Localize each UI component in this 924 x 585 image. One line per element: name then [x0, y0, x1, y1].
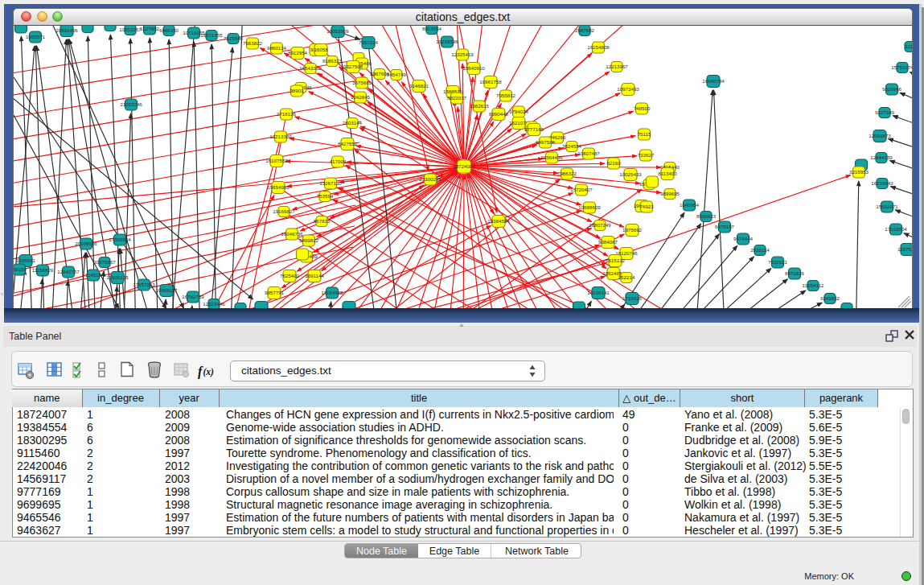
svg-text:3215953: 3215953 — [849, 169, 869, 175]
svg-text:20691406: 20691406 — [55, 27, 78, 33]
svg-text:17359924: 17359924 — [109, 237, 131, 242]
svg-text:23300275: 23300275 — [419, 176, 441, 182]
svg-text:19654985: 19654985 — [267, 184, 290, 190]
svg-text:74923: 74923 — [639, 204, 654, 209]
svg-text:75115: 75115 — [638, 131, 651, 137]
svg-text:1935061: 1935061 — [16, 257, 36, 263]
svg-text:11156829: 11156829 — [32, 267, 54, 273]
svg-text:12505135: 12505135 — [106, 274, 129, 280]
svg-text:2718126: 2718126 — [277, 111, 297, 117]
svg-text:20364436: 20364436 — [540, 154, 563, 160]
svg-text:17957253: 17957253 — [133, 282, 155, 287]
svg-text:1905571: 1905571 — [26, 34, 46, 39]
svg-text:9327508: 9327508 — [343, 64, 363, 69]
svg-text:1733426: 1733426 — [622, 295, 643, 301]
svg-text:6679197: 6679197 — [715, 224, 735, 229]
svg-text:1975692: 1975692 — [622, 227, 643, 233]
svg-text:10973493: 10973493 — [617, 86, 639, 92]
svg-text:12323446: 12323446 — [203, 301, 225, 307]
svg-text:10688609: 10688609 — [578, 204, 601, 210]
svg-text:9860124: 9860124 — [267, 45, 287, 51]
svg-text:733627: 733627 — [638, 152, 655, 158]
svg-text:8912954: 8912954 — [288, 50, 308, 56]
svg-text:7515546: 7515546 — [224, 35, 244, 41]
svg-text:16782759: 16782759 — [182, 294, 204, 299]
svg-text:1691144: 1691144 — [305, 273, 324, 278]
svg-text:14136141: 14136141 — [587, 290, 610, 295]
svg-text:3624554: 3624554 — [562, 143, 582, 149]
svg-text:10653267: 10653267 — [119, 27, 142, 32]
svg-text:8186323: 8186323 — [322, 58, 343, 64]
svg-text:10807487: 10807487 — [577, 150, 600, 156]
svg-text:7955812: 7955812 — [496, 93, 516, 98]
svg-text:98901: 98901 — [290, 88, 304, 93]
svg-text:3499822: 3499822 — [299, 237, 319, 243]
svg-text:18807249: 18807249 — [589, 222, 611, 228]
svg-text:8990448: 8990448 — [489, 111, 509, 117]
svg-text:(x): (x) — [203, 367, 215, 377]
svg-text:39159: 39159 — [14, 266, 27, 272]
svg-text:8322037: 8322037 — [447, 95, 467, 101]
svg-text:9146821: 9146821 — [409, 83, 429, 89]
svg-text:8813054: 8813054 — [422, 26, 442, 31]
svg-text:7625402: 7625402 — [280, 273, 300, 278]
svg-text:16058: 16058 — [314, 47, 328, 52]
svg-text:62160: 62160 — [606, 160, 621, 166]
svg-text:10025433: 10025433 — [619, 171, 642, 177]
svg-text:7357224: 7357224 — [359, 39, 379, 45]
svg-text:8471626: 8471626 — [785, 270, 805, 276]
svg-text:30975867: 30975867 — [93, 259, 116, 265]
svg-text:17016504: 17016504 — [885, 226, 907, 232]
svg-text:2935114: 2935114 — [750, 247, 770, 253]
svg-text:12213967: 12213967 — [606, 64, 628, 69]
svg-text:252214: 252214 — [618, 274, 635, 280]
svg-text:16543362: 16543362 — [299, 65, 322, 71]
svg-text:10958117: 10958117 — [155, 287, 178, 293]
svg-text:867833: 867833 — [314, 218, 331, 224]
svg-text:21053346: 21053346 — [120, 101, 142, 107]
svg-text:9794024: 9794024 — [509, 109, 529, 114]
svg-text:16154808: 16154808 — [587, 44, 610, 50]
svg-text:16671355: 16671355 — [200, 32, 223, 38]
svg-text:753594: 753594 — [317, 193, 334, 199]
svg-text:16053809: 16053809 — [326, 28, 349, 34]
svg-text:9242845: 9242845 — [351, 94, 371, 100]
svg-text:1167533: 1167533 — [897, 246, 912, 252]
svg-text:19384554: 19384554 — [487, 218, 510, 224]
svg-text:1112: 1112 — [906, 43, 912, 49]
svg-text:15692971: 15692971 — [876, 204, 898, 209]
svg-text:8454749: 8454749 — [387, 72, 407, 77]
svg-text:12213369: 12213369 — [269, 134, 292, 139]
svg-text:17164985: 17164985 — [321, 290, 343, 295]
svg-text:9474444: 9474444 — [733, 236, 754, 241]
svg-text:1640954: 1640954 — [680, 202, 700, 208]
svg-text:16046736: 16046736 — [281, 231, 303, 237]
svg-text:20206536: 20206536 — [75, 241, 97, 246]
svg-text:748500: 748500 — [634, 105, 651, 111]
svg-text:7663822: 7663822 — [243, 40, 263, 46]
svg-text:114519: 114519 — [85, 272, 102, 278]
svg-text:16107552: 16107552 — [265, 158, 288, 163]
svg-text:1562615: 1562615 — [470, 103, 490, 109]
svg-text:9084067: 9084067 — [598, 239, 618, 245]
svg-text:18724007: 18724007 — [453, 163, 475, 169]
svg-text:9227349: 9227349 — [875, 109, 895, 115]
svg-text:12942757: 12942757 — [57, 269, 80, 274]
svg-text:9245652: 9245652 — [820, 295, 840, 301]
svg-text:13267130: 13267130 — [319, 180, 342, 186]
svg-text:1615132: 1615132 — [606, 257, 626, 263]
svg-text:6497568: 6497568 — [536, 139, 556, 145]
svg-text:8113400: 8113400 — [658, 171, 677, 176]
svg-text:15720407: 15720407 — [570, 187, 593, 192]
svg-text:12093873: 12093873 — [869, 133, 891, 138]
svg-text:6466160: 6466160 — [159, 27, 179, 33]
svg-text:9899695: 9899695 — [660, 191, 680, 196]
svg-text:3675685: 3675685 — [352, 80, 372, 85]
svg-text:2603144: 2603144 — [343, 120, 363, 126]
svg-text:8938923: 8938923 — [696, 213, 717, 219]
svg-text:16210643: 16210643 — [871, 180, 893, 186]
svg-text:10654112: 10654112 — [802, 282, 824, 288]
svg-text:417004: 417004 — [330, 159, 347, 164]
svg-text:9857791: 9857791 — [265, 290, 285, 295]
svg-text:8427552: 8427552 — [338, 141, 358, 146]
